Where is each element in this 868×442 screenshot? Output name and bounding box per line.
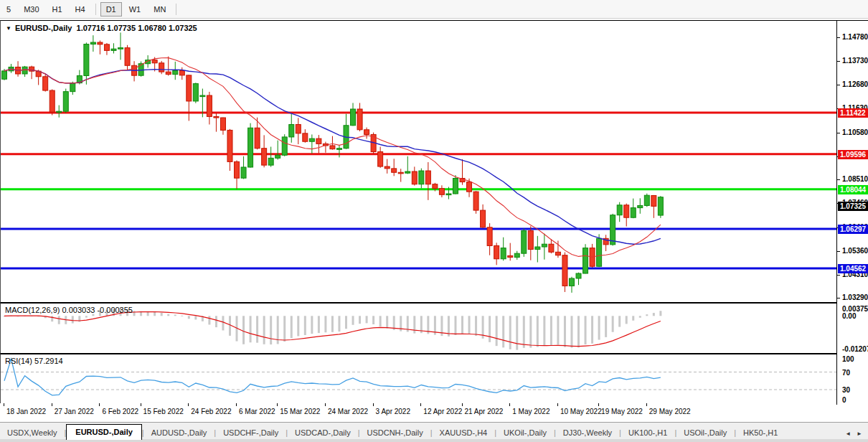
candle-body [617,205,622,215]
tab-ukoil-daily[interactable]: UKOil-,Daily [496,426,554,440]
candle-body [610,215,615,245]
candle-body [43,77,48,90]
tab-usdchf-daily[interactable]: USDCHF-,Daily [216,426,286,440]
macd-histogram-bar [72,316,74,323]
macd-histogram-bar [496,316,498,346]
candle-body [364,130,369,135]
macd-histogram-bar [379,316,382,326]
macd-histogram-bar [188,316,190,319]
toolbar-separator [95,4,96,15]
candle-body [262,149,267,165]
price-axis[interactable]: 1.147801.137301.126801.116301.105801.095… [836,20,868,404]
timeframe-button-d1[interactable]: D1 [100,2,122,17]
macd-histogram-bar [509,316,511,349]
tab-scroll-left-icon[interactable]: ◄ [842,428,854,440]
timeframe-button-m30[interactable]: M30 [18,2,44,17]
candle-body [275,155,280,158]
date-axis-tick [325,403,326,406]
macd-histogram-bar [85,316,88,317]
candle-body [200,95,205,97]
tab-dj30-weekly[interactable]: DJ30-,Weekly [556,426,619,440]
candle-body [357,109,362,130]
date-axis-tick [236,403,237,406]
candle-body [446,194,451,195]
macd-histogram-bar [304,316,306,335]
macd-histogram-bar [543,316,545,346]
macd-histogram-bar [194,316,197,319]
candle-body [378,151,383,166]
candle-body [152,60,157,63]
candle-body [583,248,588,273]
timeframe-button-h4[interactable]: H4 [70,2,91,17]
macd-pane[interactable]: MACD(12,26,9) 0.003033 -0.000355 [0,303,837,354]
macd-histogram-bar [331,316,334,332]
date-axis[interactable]: 18 Jan 202227 Jan 20226 Feb 202215 Feb 2… [0,403,836,422]
macd-histogram-bar [632,316,634,320]
candle-body [207,95,212,116]
tab-usoil-daily[interactable]: USOil-,Daily [676,426,734,440]
macd-histogram-bar [413,316,415,333]
macd-histogram-bar [215,316,217,327]
timeframe-button-h1[interactable]: H1 [47,2,68,17]
macd-histogram-bar [229,316,231,336]
rsi-pane[interactable]: RSI(14) 57.2914 [0,354,837,405]
macd-histogram-bar [577,316,580,347]
tab-hk50-h1[interactable]: HK50-,H1 [736,426,785,440]
candle-body [631,208,636,218]
tab-usdcnh-daily[interactable]: USDCNH-,Daily [360,426,430,440]
tab-usdx-weekly[interactable]: USDX,Weekly [0,426,64,440]
macd-histogram-bar [345,316,347,329]
macd-histogram-bar [263,316,265,344]
candle-body [63,92,68,112]
price-axis-tick [837,37,840,38]
timeframe-button-mn[interactable]: MN [148,2,171,17]
chart-title: ▼EURUSD-,Daily 1.07716 1.07735 1.06780 1… [6,24,197,32]
price-axis-label: 1.03290 [842,293,868,301]
tab-eurusd-daily[interactable]: EURUSD-,Daily [66,424,141,440]
tab-xauusd-h4[interactable]: XAUUSD-,H4 [433,426,495,440]
candle-body [49,90,55,112]
rsi-canvas[interactable] [1,354,837,403]
timeframe-button-w1[interactable]: W1 [123,2,147,17]
macd-histogram-bar [646,314,648,316]
date-axis-label: 27 Jan 2022 [55,408,94,415]
tab-scroll-right-icon[interactable]: ► [854,428,865,440]
macd-histogram-bar [366,316,368,323]
candle-body [549,244,554,252]
macd-axis-label: 0.00 [842,312,856,320]
symbol-dropdown-icon[interactable]: ▼ [6,25,11,32]
candle-body [166,72,171,74]
tab-uk100-h1[interactable]: UK100-,H1 [621,426,674,440]
candle-body [439,189,444,195]
candle-body [569,278,574,286]
price-axis-label: 1.08510 [842,175,868,183]
date-axis-tick [141,403,141,406]
timeframe-button-5[interactable]: 5 [1,2,16,17]
candlestick-canvas[interactable] [1,21,837,301]
ma-slow-line [4,69,661,244]
candle-body [2,71,7,79]
candle-body [159,63,164,72]
macd-histogram-bar [270,316,272,344]
candle-body [118,48,123,50]
candle-body [98,42,103,44]
candle-body [514,253,519,257]
tab-audusd-daily[interactable]: AUDUSD-,Daily [144,426,214,440]
date-axis-tick [4,403,4,406]
macd-histogram-bar [58,316,60,324]
tab-usdcad-daily[interactable]: USDCAD-,Daily [288,426,358,440]
macd-histogram-bar [489,316,491,342]
candle-body [638,205,643,207]
rsi-axis-label: 70 [842,369,850,377]
candle-body [187,75,192,101]
date-axis-label: 29 May 2022 [649,408,691,415]
candle-body [576,273,581,278]
macd-histogram-bar [92,314,94,316]
date-axis-tick [557,403,558,406]
candle-body [501,248,506,259]
macd-histogram-bar [570,316,572,347]
main-chart-pane[interactable] [0,20,837,303]
price-axis-tick [837,61,840,62]
candle-body [296,125,301,133]
macd-label: MACD(12,26,9) 0.003033 -0.000355 [5,306,133,314]
